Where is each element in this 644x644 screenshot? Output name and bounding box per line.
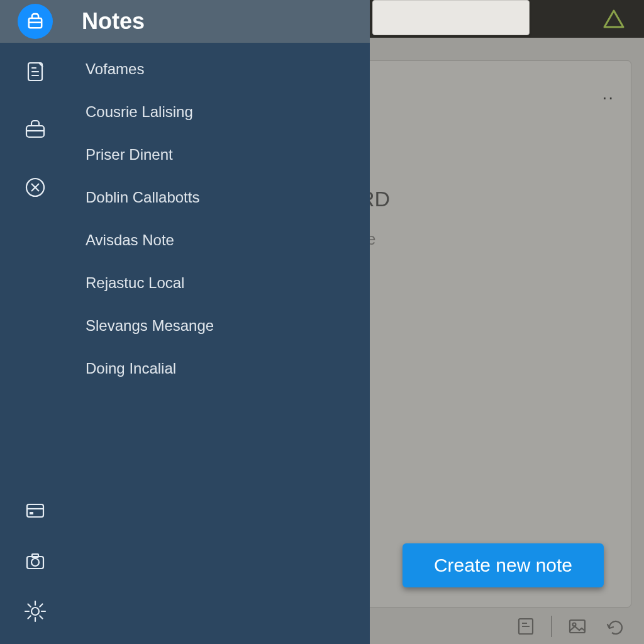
svg-rect-14 bbox=[570, 620, 585, 633]
drawer-item[interactable]: Vofames bbox=[70, 48, 370, 91]
rail-header bbox=[0, 0, 70, 43]
content-toolbar bbox=[514, 615, 625, 638]
briefcase-outline-icon bbox=[23, 117, 48, 142]
svg-point-10 bbox=[31, 558, 39, 566]
create-new-note-button[interactable]: Create new note bbox=[402, 543, 604, 587]
rail-item-card[interactable] bbox=[0, 486, 70, 536]
close-circle-icon bbox=[23, 175, 48, 200]
svg-point-12 bbox=[31, 608, 39, 615]
search-field[interactable] bbox=[372, 0, 530, 35]
rail-item-close[interactable] bbox=[0, 158, 70, 216]
svg-rect-6 bbox=[27, 504, 43, 517]
drawer-item[interactable]: Avisdas Note bbox=[70, 219, 370, 262]
svg-rect-11 bbox=[32, 554, 38, 557]
undo-icon[interactable] bbox=[602, 615, 625, 638]
drawer-item[interactable]: Rejastuc Local bbox=[70, 262, 370, 304]
svg-rect-8 bbox=[30, 512, 33, 514]
drawer-item[interactable]: Priser Dinent bbox=[70, 133, 370, 176]
svg-point-15 bbox=[573, 623, 576, 626]
camera-icon bbox=[23, 548, 48, 574]
kebab-icon[interactable]: ·· bbox=[602, 87, 614, 108]
gear-icon bbox=[23, 599, 48, 624]
drawer-item[interactable]: Slevangs Mesange bbox=[70, 304, 370, 347]
icon-rail bbox=[0, 0, 70, 644]
app-badge[interactable] bbox=[18, 4, 53, 39]
drawer-title: Notes bbox=[70, 0, 370, 43]
document-icon bbox=[23, 59, 48, 84]
rail-item-briefcase[interactable] bbox=[0, 101, 70, 158]
rail-item-document[interactable] bbox=[0, 43, 70, 101]
card-icon bbox=[23, 498, 48, 523]
note-icon[interactable] bbox=[514, 615, 537, 638]
drawer-item[interactable]: Doing Incalial bbox=[70, 347, 370, 390]
image-icon[interactable] bbox=[566, 615, 589, 638]
rail-item-camera[interactable] bbox=[0, 536, 70, 586]
rail-item-settings[interactable] bbox=[0, 586, 70, 636]
drawer-item[interactable]: Cousrie Lalising bbox=[70, 91, 370, 133]
triangle-icon[interactable] bbox=[602, 9, 625, 29]
notes-drawer: Vofames Cousrie Lalising Priser Dinent D… bbox=[70, 43, 370, 644]
drawer-item[interactable]: Doblin Callabotts bbox=[70, 176, 370, 219]
toolbar-divider bbox=[551, 616, 552, 637]
